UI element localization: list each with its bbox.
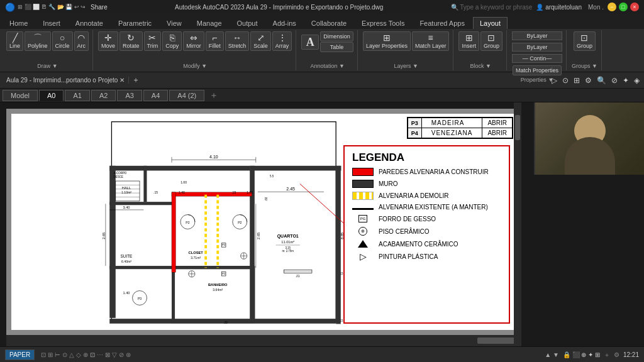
door-table: P3 MADEIRA ABRIR P4 VENEZIANA ABRIR (407, 117, 513, 139)
dyn-icon[interactable]: ⋯ (97, 351, 103, 358)
array-button[interactable]: ⋮Array (272, 31, 292, 51)
svg-text:J2: J2 (224, 321, 228, 324)
toolbar-icon-3[interactable]: ⊞ (572, 75, 582, 86)
circle-button[interactable]: ○Circle (52, 31, 73, 51)
tab-home[interactable]: Home (3, 17, 35, 29)
svg-text:2.45: 2.45 (286, 187, 295, 191)
add-layout-button[interactable]: ＋ (206, 89, 222, 102)
annotation-scale[interactable]: ▲ ▼ (545, 351, 559, 358)
insert-button[interactable]: ⊞Insert (458, 31, 479, 51)
3dosnap-icon[interactable]: ◇ (76, 351, 81, 358)
lwt-icon[interactable]: ⊠ (105, 351, 110, 358)
dimension-button[interactable]: Dimension (320, 31, 353, 41)
gear-icon[interactable]: ⚙ (614, 351, 619, 358)
toolbar-icon-8[interactable]: ◈ (632, 75, 641, 86)
legend-item-red: PAREDES ALVENARIA A CONSTRUIR (352, 168, 501, 176)
ribbon-tab-strip: Home Insert Annotate Parametric View Man… (0, 14, 644, 29)
status-paper[interactable]: PAPER (5, 349, 35, 360)
drawing-viewport[interactable]: 4.10 2.45 3.40 2.65 2.65 1.40 (0, 102, 644, 346)
minimize-button[interactable]: − (608, 3, 616, 11)
svg-text:SUITE: SUITE (121, 254, 133, 258)
move-button[interactable]: ✛Move (98, 31, 118, 51)
vertical-scrollbar[interactable] (514, 102, 521, 346)
ribbon-group-groups: ⊡Group Groups ▼ (568, 30, 602, 70)
match-layer-button[interactable]: ≡Match Layer (412, 31, 450, 51)
tab-addins[interactable]: Add-ins (266, 17, 303, 29)
groups-button[interactable]: ⊡Group (574, 31, 596, 51)
group-button[interactable]: ⊡Group (480, 31, 502, 51)
tab-A3[interactable]: A3 (117, 90, 142, 101)
tab-insert[interactable]: Insert (36, 17, 67, 29)
qp-icon[interactable]: ⊘ (119, 351, 124, 358)
snap-icon[interactable]: ⊡ (41, 351, 46, 358)
grid-icon[interactable]: ⊞ (48, 351, 53, 358)
tab-manage[interactable]: Manage (190, 17, 229, 29)
svg-rect-14 (172, 320, 254, 323)
status-time: 12:21 (623, 351, 639, 358)
fillet-button[interactable]: ⌐Fillet (206, 31, 224, 51)
otrack-icon[interactable]: ⊕ (83, 351, 88, 358)
close-button[interactable]: × (630, 3, 639, 11)
svg-text:PG: PG (222, 273, 226, 275)
tab-expresstools[interactable]: Express Tools (355, 17, 411, 29)
osnap-icon[interactable]: △ (69, 351, 74, 358)
toolbar-icon-4[interactable]: ⚙ (583, 75, 594, 86)
scale-button[interactable]: ⤢Scale (250, 31, 271, 51)
share-label[interactable]: Share (91, 4, 108, 11)
tab-A0[interactable]: A0 (39, 90, 64, 101)
ribbon-group-annotation: A Dimension Table Annotation ▼ (297, 30, 358, 70)
tab-A1[interactable]: A1 (65, 90, 89, 101)
paper-area: 4.10 2.45 3.40 2.65 2.65 1.40 (11, 114, 516, 330)
plus-icon[interactable]: ＋ (604, 351, 610, 359)
arc-button[interactable]: ◠Arc (74, 31, 89, 51)
polar-icon[interactable]: ⊙ (62, 351, 67, 358)
svg-text:2.65: 2.65 (257, 233, 260, 239)
horizontal-scrollbar[interactable] (6, 335, 521, 346)
new-tab-button[interactable]: ＋ (130, 74, 142, 87)
text-button[interactable]: A (301, 35, 319, 50)
search-box[interactable]: 🔍 Type a keyword or phrase (451, 4, 533, 11)
groups-group-label: Groups ▼ (572, 63, 597, 69)
tab-parametric[interactable]: Parametric (111, 17, 158, 29)
toolbar-icon-6[interactable]: ⊘ (609, 75, 619, 86)
tab-layout[interactable]: Layout (473, 17, 508, 29)
door-p4-action: ABRIR (482, 128, 513, 138)
trim-button[interactable]: ✂Trim (144, 31, 162, 51)
toolbar-icon-1[interactable]: ▷ (550, 75, 559, 86)
copy-button[interactable]: ⎘Copy (162, 31, 182, 51)
tab-view[interactable]: View (160, 17, 189, 29)
toolbar-icon-5[interactable]: 🔍 (595, 75, 608, 86)
svg-text:P3: P3 (138, 297, 142, 300)
rotate-button[interactable]: ↻Rotate (119, 31, 143, 51)
line-button[interactable]: ╱Line (6, 31, 23, 51)
toolbar-icon-2[interactable]: ⊙ (560, 75, 570, 86)
maximize-button[interactable]: □ (619, 3, 628, 11)
table-button[interactable]: Table (320, 42, 353, 52)
mirror-button[interactable]: ⇔Mirror (183, 31, 204, 51)
tab-output[interactable]: Output (230, 17, 265, 29)
tab-A2[interactable]: A2 (91, 90, 116, 101)
stretch-button[interactable]: ↔Stretch (225, 31, 250, 51)
tab-model[interactable]: Model (3, 90, 38, 101)
svg-rect-5 (336, 166, 341, 324)
layers-group-label: Layers ▼ (394, 63, 418, 69)
polyline-button[interactable]: ⌒Polyline (25, 31, 51, 51)
tab-collaborate[interactable]: Collaborate (304, 17, 353, 29)
tpy-icon[interactable]: ▽ (112, 351, 117, 358)
svg-text:m: 2.75m: m: 2.75m (282, 250, 294, 253)
tab-featuredapps[interactable]: Featured Apps (413, 17, 472, 29)
sc-icon[interactable]: ⊛ (126, 351, 131, 358)
ribbon-group-modify: ✛Move ↻Rotate ✂Trim ⎘Copy ⇔Mirror ⌐Fille… (94, 30, 296, 70)
ortho-icon[interactable]: ⊢ (55, 351, 60, 358)
svg-text:.15: .15 (231, 190, 236, 194)
toolbar-icon-7[interactable]: ✦ (621, 75, 631, 86)
legend-box: LEGENDA PAREDES ALVENARIA A CONSTRUIR MU… (343, 145, 510, 324)
layer-properties-button[interactable]: ⊞Layer Properties (363, 31, 411, 51)
svg-text:1.40: 1.40 (179, 190, 185, 194)
svg-rect-2 (109, 166, 250, 171)
ducs-icon[interactable]: ⊡ (90, 351, 95, 358)
tab-A4-2[interactable]: A4 (2) (169, 90, 204, 101)
tab-annotate[interactable]: Annotate (69, 17, 110, 29)
svg-rect-6 (250, 166, 341, 171)
tab-A4[interactable]: A4 (143, 90, 168, 101)
